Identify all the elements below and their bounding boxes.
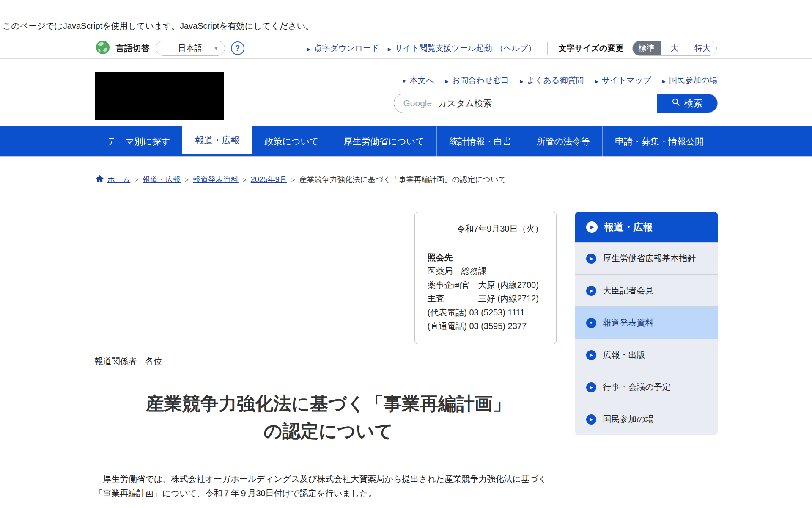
contact-line: (直通電話) 03 (3595) 2377 <box>428 319 543 333</box>
contact-heading: 照会先 <box>428 251 543 264</box>
sidebar-item-pr-policy[interactable]: 厚生労働省広報基本指針 <box>575 242 718 274</box>
fontsize-switch: 標準 大 特大 <box>632 41 717 56</box>
to-main-content-label: 本文へ <box>410 75 434 86</box>
braille-download-link[interactable]: 点字ダウンロード <box>307 43 379 54</box>
breadcrumb-month-link[interactable]: 2025年9月 <box>251 174 287 185</box>
sidebar-item-label: 大臣記者会見 <box>603 285 654 296</box>
arrow-right-icon <box>307 44 310 53</box>
sidebar-header-label: 報道・広報 <box>604 221 653 234</box>
google-brand-label: Google <box>403 98 432 108</box>
search-placeholder: カスタム検索 <box>438 97 492 109</box>
to-main-content-link[interactable]: 本文へ <box>402 75 434 86</box>
sitemap-label: サイトマップ <box>602 75 651 86</box>
breadcrumb-separator: > <box>243 176 247 183</box>
sidebar-item-press-releases[interactable]: 報道発表資料 <box>575 306 718 339</box>
breadcrumb: ホーム > 報道・広報 > 報道発表資料 > 2025年9月 > 産業競争力強化… <box>95 157 718 185</box>
arrow-right-icon <box>662 76 666 85</box>
accessibility-tool-link[interactable]: サイト閲覧支援ツール起動 （ヘルプ） <box>388 43 536 54</box>
help-button[interactable]: ? <box>231 41 244 55</box>
home-icon <box>96 175 104 185</box>
globe-icon <box>96 40 110 56</box>
sidebar-item-label: 広報・出版 <box>603 349 645 361</box>
public-participation-label: 国民参加の場 <box>669 75 717 86</box>
fontsize-large-button[interactable]: 大 <box>661 41 689 55</box>
circle-arrow-right-icon <box>586 286 596 296</box>
contact-link[interactable]: お問合わせ窓口 <box>445 75 509 86</box>
nav-item-applications[interactable]: 申請・募集・情報公開 <box>602 126 716 157</box>
site-logo-redacted[interactable] <box>95 72 224 120</box>
circle-arrow-down-icon <box>586 318 596 328</box>
breadcrumb-separator: > <box>291 176 295 183</box>
search-button[interactable]: 検索 <box>657 94 717 113</box>
nav-item-laws[interactable]: 所管の法令等 <box>524 126 602 157</box>
circle-arrow-right-icon <box>586 350 596 360</box>
accessibility-tool-label: サイト閲覧支援ツール起動 <box>395 43 492 54</box>
contact-line: 薬事企画官 大原 (内線2700) <box>428 278 543 292</box>
accessibility-tool-help-suffix: （ヘルプ） <box>495 43 536 54</box>
public-participation-link[interactable]: 国民参加の場 <box>662 75 718 86</box>
breadcrumb-separator: > <box>134 176 138 183</box>
nav-item-themes[interactable]: テーマ別に探す <box>95 126 183 157</box>
search-button-label: 検索 <box>684 97 703 110</box>
salutation: 報道関係者 各位 <box>95 356 562 367</box>
arrow-right-icon <box>388 44 391 53</box>
sidebar-header-press[interactable]: 報道・広報 <box>575 212 718 242</box>
contact-info-box: 令和7年9月30日（火） 照会先 医薬局 総務課 薬事企画官 大原 (内線270… <box>414 212 557 344</box>
braille-download-label: 点字ダウンロード <box>314 43 379 54</box>
breadcrumb-press-link[interactable]: 報道・広報 <box>143 174 181 185</box>
breadcrumb-current: 産業競争力強化法に基づく「事業再編計画」の認定について <box>299 174 506 185</box>
nav-item-policy[interactable]: 政策について <box>252 126 331 157</box>
circle-arrow-right-icon <box>586 254 596 264</box>
release-date: 令和7年9月30日（火） <box>428 223 543 235</box>
arrow-right-icon <box>520 76 523 85</box>
chevron-down-icon: ▼ <box>214 46 219 51</box>
breadcrumb-separator: > <box>185 176 189 183</box>
header-links: 本文へ お問合わせ窓口 よくある御質問 サイトマップ 国民参加の場 <box>402 75 717 86</box>
arrow-right-icon <box>595 76 598 85</box>
circle-arrow-right-icon <box>586 221 598 233</box>
contact-line: 主査 三好 (内線2712) <box>428 292 543 305</box>
fontsize-standard-button[interactable]: 標準 <box>633 41 661 55</box>
fontsize-xlarge-button[interactable]: 特大 <box>689 41 716 55</box>
search-bar: Google カスタム検索 検索 <box>394 94 718 113</box>
contact-line: (代表電話) 03 (5253) 1111 <box>428 306 543 319</box>
sidebar-item-minister-press-conference[interactable]: 大臣記者会見 <box>575 274 718 306</box>
language-switch-label: 言語切替 <box>116 43 150 54</box>
contact-label: お問合わせ窓口 <box>452 75 509 86</box>
main-column: 令和7年9月30日（火） 照会先 医薬局 総務課 薬事企画官 大原 (内線270… <box>95 212 562 500</box>
contact-line: 医薬局 総務課 <box>428 264 543 278</box>
language-select[interactable]: 日本語 ▼ <box>156 41 225 56</box>
page-title-line1: 産業競争力強化法に基づく「事業再編計画」 <box>95 390 562 417</box>
utility-links: 点字ダウンロード サイト閲覧支援ツール起動 （ヘルプ） 文字サイズの変更 標準 … <box>307 41 717 56</box>
faq-link[interactable]: よくある御質問 <box>520 75 584 86</box>
sidebar-item-events-schedule[interactable]: 行事・会議の予定 <box>575 371 718 403</box>
sidebar-item-label: 報道発表資料 <box>603 317 654 329</box>
sitemap-link[interactable]: サイトマップ <box>595 75 651 86</box>
nav-item-about-mhlw[interactable]: 厚生労働省について <box>331 126 436 157</box>
arrow-right-icon <box>445 76 448 85</box>
nav-item-press[interactable]: 報道・広報 <box>182 126 252 154</box>
search-icon <box>672 98 680 109</box>
circle-arrow-right-icon <box>586 414 596 425</box>
page-content: 令和7年9月30日（火） 照会先 医薬局 総務課 薬事企画官 大原 (内線270… <box>95 185 718 500</box>
sidebar-item-label: 行事・会議の予定 <box>603 381 671 393</box>
sidebar-item-label: 国民参加の場 <box>603 414 654 425</box>
language-switcher: 言語切替 日本語 ▼ ? <box>96 40 244 56</box>
global-nav: テーマ別に探す 報道・広報 政策について 厚生労働省について 統計情報・白書 所… <box>0 126 812 157</box>
divider <box>547 42 548 55</box>
circle-arrow-right-icon <box>586 382 596 392</box>
page-title: 産業競争力強化法に基づく「事業再編計画」 の認定について <box>95 390 562 444</box>
search-input[interactable]: Google カスタム検索 <box>394 97 657 109</box>
faq-label: よくある御質問 <box>527 75 584 86</box>
sidebar-item-publications[interactable]: 広報・出版 <box>575 339 718 371</box>
language-select-value: 日本語 <box>178 43 202 54</box>
breadcrumb-home-link[interactable]: ホーム <box>96 174 131 185</box>
nav-item-statistics[interactable]: 統計情報・白書 <box>436 126 524 157</box>
sidebar-menu: 報道・広報 厚生労働省広報基本指針 大臣記者会見 報道発表資料 広報・出版 行事… <box>575 212 718 435</box>
breadcrumb-press-releases-link[interactable]: 報道発表資料 <box>193 174 239 185</box>
sidebar-item-public-participation[interactable]: 国民参加の場 <box>575 403 718 435</box>
arrow-down-icon <box>402 76 406 85</box>
breadcrumb-home-label: ホーム <box>107 174 131 185</box>
fontsize-label: 文字サイズの変更 <box>559 43 624 54</box>
utility-bar: 言語切替 日本語 ▼ ? 点字ダウンロード サイト閲覧支援ツール起動 （ヘルプ）… <box>0 38 812 59</box>
